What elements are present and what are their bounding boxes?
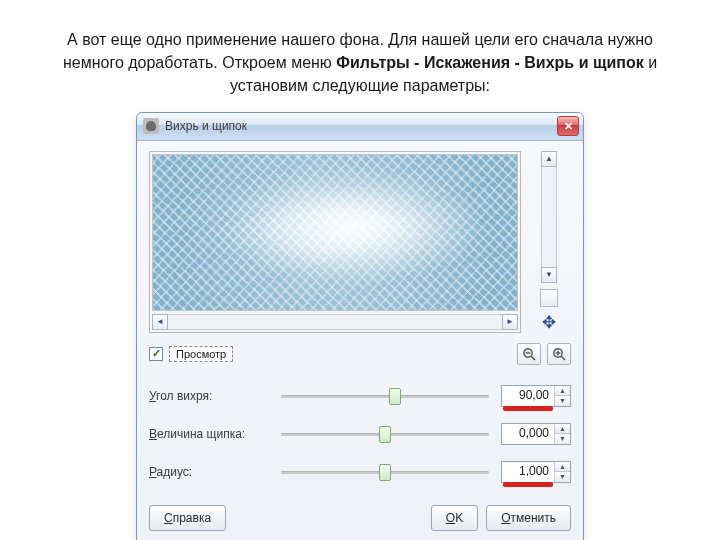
- preview-image[interactable]: [152, 154, 518, 311]
- titlebar[interactable]: Вихрь и щипок ✕: [137, 113, 583, 141]
- spin-up[interactable]: ▲: [555, 386, 570, 397]
- param-label: Радиус:: [149, 465, 269, 479]
- scroll-left-button[interactable]: ◄: [152, 314, 168, 330]
- slider-thumb[interactable]: [389, 388, 401, 405]
- button-bar: Справка OK Отменить: [149, 505, 571, 531]
- radius-input[interactable]: 1,000 ▲▼: [501, 461, 571, 483]
- caption-bold: Фильтры - Искажения - Вихрь и щипок: [336, 54, 643, 71]
- radius-slider[interactable]: [281, 463, 489, 481]
- param-label: Величина щипка:: [149, 427, 269, 441]
- zoom-out-button[interactable]: [517, 343, 541, 365]
- instruction-caption: А вот еще одно применение нашего фона. Д…: [40, 28, 680, 98]
- ok-button[interactable]: OK: [431, 505, 478, 531]
- zoom-out-icon: [522, 347, 536, 361]
- whirl-angle-input[interactable]: 90,00 ▲▼: [501, 385, 571, 407]
- highlight-mark: [503, 482, 553, 487]
- radius-value[interactable]: 1,000: [502, 462, 554, 482]
- whirl-angle-value[interactable]: 90,00: [502, 386, 554, 406]
- hscroll-track[interactable]: [168, 314, 502, 330]
- spin-up[interactable]: ▲: [555, 424, 570, 435]
- param-label: Угол вихря:: [149, 389, 269, 403]
- whirl-pinch-dialog: Вихрь и щипок ✕ ◄ ► ▲ ▼: [136, 112, 584, 540]
- svg-line-1: [531, 356, 535, 360]
- preview-checkbox[interactable]: ✓: [149, 347, 163, 361]
- nav-thumb-button[interactable]: [540, 289, 558, 307]
- preview-checkbox-label: Просмотр: [169, 346, 233, 362]
- param-radius: Радиус: 1,000 ▲▼: [149, 461, 571, 483]
- spin-down[interactable]: ▼: [555, 434, 570, 444]
- scroll-right-button[interactable]: ►: [502, 314, 518, 330]
- pinch-amount-value[interactable]: 0,000: [502, 424, 554, 444]
- spin-up[interactable]: ▲: [555, 462, 570, 473]
- pinch-amount-slider[interactable]: [281, 425, 489, 443]
- whirl-angle-slider[interactable]: [281, 387, 489, 405]
- scroll-down-button[interactable]: ▼: [541, 267, 557, 283]
- preview-vscrollbar[interactable]: ▲ ▼: [541, 151, 557, 283]
- vscroll-track[interactable]: [541, 167, 557, 267]
- spin-down[interactable]: ▼: [555, 472, 570, 482]
- svg-line-4: [561, 356, 565, 360]
- app-icon: [143, 118, 159, 134]
- parameters-panel: Угол вихря: 90,00 ▲▼ Величина щипка:: [149, 385, 571, 483]
- dialog-body: ◄ ► ▲ ▼ ✥ ✓ Просмотр: [137, 141, 583, 540]
- close-icon: ✕: [564, 120, 573, 133]
- param-whirl-angle: Угол вихря: 90,00 ▲▼: [149, 385, 571, 407]
- spin-down[interactable]: ▼: [555, 396, 570, 406]
- param-pinch-amount: Величина щипка: 0,000 ▲▼: [149, 423, 571, 445]
- zoom-in-button[interactable]: [547, 343, 571, 365]
- close-button[interactable]: ✕: [557, 116, 579, 136]
- pinch-amount-input[interactable]: 0,000 ▲▼: [501, 423, 571, 445]
- help-button[interactable]: Справка: [149, 505, 226, 531]
- preview-panel: ◄ ►: [149, 151, 521, 333]
- slider-thumb[interactable]: [379, 464, 391, 481]
- dialog-title: Вихрь и щипок: [165, 119, 551, 133]
- scroll-up-button[interactable]: ▲: [541, 151, 557, 167]
- move-icon[interactable]: ✥: [539, 313, 559, 333]
- zoom-in-icon: [552, 347, 566, 361]
- cancel-button[interactable]: Отменить: [486, 505, 571, 531]
- slider-thumb[interactable]: [379, 426, 391, 443]
- highlight-mark: [503, 406, 553, 411]
- preview-hscrollbar[interactable]: ◄ ►: [152, 314, 518, 330]
